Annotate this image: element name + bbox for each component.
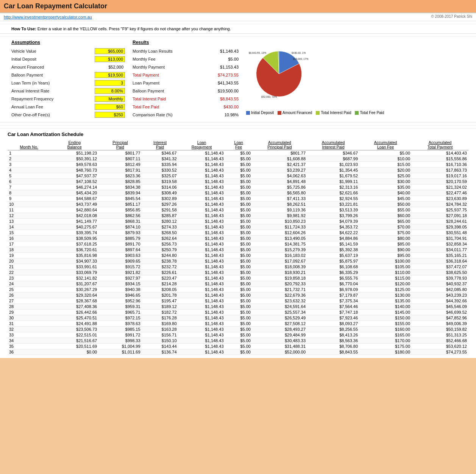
table-cell: $1,148.43 bbox=[178, 236, 225, 241]
table-row: 30$25,470.51$972.15$176.28$1,148.43$5.00… bbox=[8, 315, 468, 321]
table-cell: $45,434.20 bbox=[50, 190, 98, 196]
table-cell: $285.87 bbox=[142, 213, 178, 219]
table-row: 25$30,267.29$940.38$208.05$1,148.43$5.00… bbox=[8, 287, 468, 293]
table-cell: $37,618.25 bbox=[50, 241, 98, 247]
table-cell: $26,442.66 bbox=[50, 310, 98, 315]
table-cell: $38,509.95 bbox=[50, 236, 98, 241]
table-cell: $238.78 bbox=[142, 258, 178, 264]
table-cell: $940.38 bbox=[98, 287, 142, 293]
table-cell: $214.28 bbox=[142, 281, 178, 287]
table-cell: $169.80 bbox=[142, 321, 178, 327]
assumption-label: Repayment Frequency bbox=[11, 97, 72, 101]
table-cell: $302.89 bbox=[142, 196, 178, 202]
table-cell: $5.00 bbox=[225, 281, 252, 287]
table-row: 5$47,937.37$823.36$325.07$1,148.43$5.00$… bbox=[8, 173, 468, 179]
table-cell: 3 bbox=[8, 162, 50, 167]
table-cell: $52,000.00 bbox=[252, 349, 307, 355]
table-cell: $45,546.09 bbox=[412, 304, 468, 310]
column-header: AccumulatedInterest Paid bbox=[307, 139, 359, 150]
column-header: AccumulatedLoan Fee bbox=[359, 139, 412, 150]
table-cell: 21 bbox=[8, 264, 50, 270]
table-cell: $5.00 bbox=[225, 349, 252, 355]
table-cell: $5.00 bbox=[225, 213, 252, 219]
table-cell: $55.00 bbox=[359, 207, 412, 213]
table-cell: $70.00 bbox=[359, 224, 412, 230]
table-cell: $687.99 bbox=[307, 156, 359, 162]
assumptions-block: Assumptions Vehicle Value$65,000Initial … bbox=[11, 40, 125, 119]
table-cell: $34,011.77 bbox=[412, 247, 468, 253]
table-cell: $1,148.43 bbox=[178, 224, 225, 230]
table-cell: $180.00 bbox=[359, 349, 412, 355]
website-link[interactable]: http://www.investmentpropertycalculator.… bbox=[4, 15, 92, 19]
table-cell: $5.00 bbox=[225, 179, 252, 185]
table-cell: $921.82 bbox=[98, 270, 142, 275]
assumption-value[interactable]: 3 bbox=[95, 80, 125, 86]
chart-label: $8,843.55, 12% bbox=[249, 52, 267, 54]
legend-item: Initial Deposit bbox=[246, 111, 274, 115]
table-cell: $8,843.55 bbox=[307, 349, 359, 355]
table-cell: $130.00 bbox=[359, 293, 412, 298]
table-cell: $1,004.99 bbox=[98, 344, 142, 349]
table-cell: $5,392.38 bbox=[307, 247, 359, 253]
table-cell: $927.97 bbox=[98, 275, 142, 281]
table-cell: $1,148.43 bbox=[178, 315, 225, 321]
table-cell: $226.61 bbox=[142, 270, 178, 275]
assumption-value[interactable]: $250 bbox=[95, 112, 125, 118]
table-cell: $23,506.73 bbox=[50, 327, 98, 332]
table-cell: 30 bbox=[8, 315, 50, 321]
table-cell: $1,148.43 bbox=[178, 162, 225, 167]
table-cell: $5.00 bbox=[225, 275, 252, 281]
result-value: $19,500.00 bbox=[208, 89, 239, 93]
table-cell: $29,484.99 bbox=[252, 332, 307, 338]
table-cell: $7,375.34 bbox=[307, 298, 359, 304]
column-header: AccumulatedTotal Payment bbox=[412, 139, 468, 150]
result-row: Total Interest Paid$8,843.55 bbox=[133, 95, 239, 102]
assumption-value[interactable]: $13,000 bbox=[95, 56, 125, 62]
table-cell: $25,557.34 bbox=[252, 310, 307, 315]
table-cell: $29,398.05 bbox=[412, 224, 468, 230]
result-row: Total Fee Paid$430.00 bbox=[133, 103, 239, 110]
assumption-label: Initial Deposit bbox=[11, 57, 72, 61]
table-cell: $52,466.68 bbox=[412, 338, 468, 344]
table-cell: $13,490.05 bbox=[252, 236, 307, 241]
table-cell: $4,884.86 bbox=[307, 236, 359, 241]
table-cell: $30,551.48 bbox=[412, 230, 468, 236]
table-cell: 33 bbox=[8, 332, 50, 338]
table-cell: $1,148.43 bbox=[178, 270, 225, 275]
assumption-label: Annual Loan Fee bbox=[11, 105, 72, 109]
assumption-value[interactable]: 8.00% bbox=[95, 88, 125, 94]
table-cell: $74,273.55 bbox=[412, 349, 468, 355]
table-cell: $20,511.69 bbox=[50, 344, 98, 349]
table-cell: 28 bbox=[8, 304, 50, 310]
table-cell: $1,148.43 bbox=[178, 293, 225, 298]
table-cell: $5.00 bbox=[225, 219, 252, 224]
table-cell: 25 bbox=[8, 287, 50, 293]
table-cell: $163.28 bbox=[142, 327, 178, 332]
table-cell: $50,391.12 bbox=[50, 156, 98, 162]
chart-label: $52,000, 70% bbox=[261, 95, 277, 98]
table-row: 2$50,391.12$807.11$341.32$1,148.43$5.00$… bbox=[8, 156, 468, 162]
table-cell: $6,335.29 bbox=[307, 270, 359, 275]
table-cell: $915.72 bbox=[98, 264, 142, 270]
table-cell: $5.00 bbox=[225, 338, 252, 344]
table-cell: $156.71 bbox=[142, 332, 178, 338]
assumption-value[interactable]: $60 bbox=[95, 104, 125, 110]
table-cell: $2,421.37 bbox=[252, 162, 307, 167]
chart-label: $13,000, 17% bbox=[293, 58, 308, 60]
table-cell: $5.00 bbox=[225, 258, 252, 264]
table-cell: $3,799.26 bbox=[307, 213, 359, 219]
table-row: 17$37,618.25$891.70$256.73$1,148.43$5.00… bbox=[8, 241, 468, 247]
table-cell: $21,732.71 bbox=[252, 287, 307, 293]
assumption-value[interactable]: $65,000 bbox=[95, 48, 125, 54]
table-cell: $998.33 bbox=[98, 338, 142, 344]
table-cell: $5.00 bbox=[225, 156, 252, 162]
table-cell: 26 bbox=[8, 293, 50, 298]
table-cell: $125.00 bbox=[359, 287, 412, 293]
table-cell: $39,778.93 bbox=[412, 275, 468, 281]
table-cell: $20,170.59 bbox=[412, 179, 468, 185]
assumption-value[interactable]: Monthly bbox=[95, 96, 125, 102]
table-cell: $46,274.14 bbox=[50, 185, 98, 190]
table-cell: $879.93 bbox=[98, 230, 142, 236]
assumption-value[interactable]: $19,500 bbox=[95, 72, 125, 78]
result-value: $41,343.55 bbox=[208, 81, 239, 85]
